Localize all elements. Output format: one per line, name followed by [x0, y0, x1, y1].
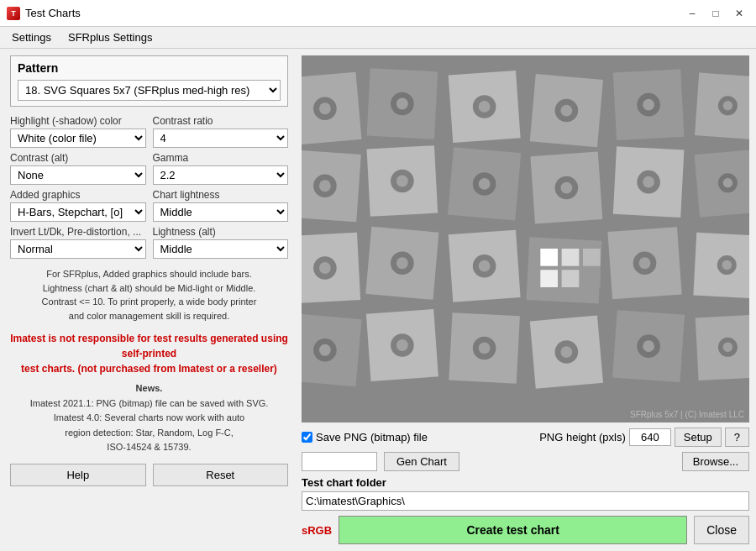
lightness-alt-field-group: Lightness (alt) Middle — [153, 226, 289, 259]
save-png-checkbox[interactable] — [302, 432, 312, 443]
png-height-input[interactable] — [629, 428, 671, 446]
added-graphics-dropdown[interactable]: H-Bars, Stepchart, [o] — [10, 202, 146, 222]
svg-point-12 — [479, 101, 491, 113]
svg-point-72 — [560, 346, 572, 358]
svg-point-26 — [319, 180, 331, 192]
gen-chart-row: Gen Chart Browse... — [302, 452, 749, 471]
svg-rect-51 — [583, 249, 601, 266]
menu-settings[interactable]: Settings — [3, 29, 60, 45]
news-line-4: ISO-14524 & 15739. — [107, 442, 191, 452]
help-button[interactable]: Help — [10, 464, 146, 486]
create-test-chart-button[interactable]: Create test chart — [339, 516, 687, 544]
svg-point-36 — [723, 178, 733, 188]
contrast-alt-dropdown[interactable]: None — [10, 165, 146, 185]
news-line-3: region detection: Star, Random, Log F-C, — [65, 428, 234, 438]
svg-point-34 — [643, 176, 654, 188]
browse-button[interactable]: Browse... — [682, 452, 749, 471]
svg-point-58 — [722, 260, 732, 270]
save-png-label: Save PNG (bitmap) file — [316, 431, 428, 443]
svg-point-8 — [319, 102, 331, 114]
folder-row: Test chart folder — [302, 476, 749, 511]
right-panel: SFRplus 5x7 | (C) Imatest LLC Save PNG (… — [298, 49, 756, 551]
folder-input[interactable] — [302, 491, 749, 511]
window-controls: – □ ✕ — [682, 6, 749, 21]
maximize-button[interactable]: □ — [706, 6, 726, 21]
question-button[interactable]: ? — [725, 428, 749, 447]
highlight-dropdown[interactable]: White (color file) — [10, 129, 146, 148]
chart-lightness-dropdown[interactable]: Middle — [153, 202, 289, 222]
left-panel: Pattern 18. SVG Squares 5x7 (SFRplus med… — [0, 49, 298, 551]
svg-point-46 — [396, 257, 408, 269]
minimize-button[interactable]: – — [682, 6, 702, 21]
gen-chart-button[interactable]: Gen Chart — [384, 452, 459, 471]
contrast-ratio-dropdown[interactable]: 4 — [153, 129, 289, 148]
svg-point-14 — [560, 105, 572, 117]
added-graphics-field-group: Added graphics H-Bars, Stepchart, [o] — [10, 189, 146, 222]
chart-preview: SFRplus 5x7 | (C) Imatest LLC — [302, 55, 749, 422]
news-title: News. — [136, 383, 163, 393]
svg-point-44 — [319, 262, 331, 274]
save-png-row: Save PNG (bitmap) file PNG height (pxls)… — [302, 428, 749, 447]
lightness-alt-label: Lightness (alt) — [153, 226, 289, 238]
news-line-2: Imatest 4.0: Several charts now work wit… — [54, 412, 244, 422]
contrast-ratio-label: Contrast ratio — [153, 115, 289, 127]
invert-field-group: Invert Lt/Dk, Pre-distortion, ... Normal — [10, 226, 146, 259]
menu-sfrplus-settings[interactable]: SFRplus Settings — [60, 29, 160, 45]
svg-point-32 — [560, 182, 572, 194]
added-graphics-label: Added graphics — [10, 189, 146, 201]
png-height-group: PNG height (pxls) Setup ? — [539, 428, 749, 447]
contrast-alt-field-group: Contrast (alt) None — [10, 152, 146, 185]
chart-lightness-label: Chart lightness — [153, 189, 289, 201]
create-row: sRGB Create test chart Close — [302, 516, 749, 544]
gamma-label: Gamma — [153, 152, 289, 164]
svg-rect-50 — [562, 249, 580, 266]
svg-point-10 — [396, 98, 408, 110]
note-text: For SFRplus, Added graphics should inclu… — [10, 267, 288, 323]
gamma-dropdown[interactable]: 2.2 — [153, 165, 289, 185]
lightness-alt-dropdown[interactable]: Middle — [153, 239, 289, 259]
svg-rect-54 — [583, 270, 601, 287]
invert-dropdown[interactable]: Normal — [10, 239, 146, 259]
title-bar: T Test Charts – □ ✕ — [0, 0, 756, 27]
fields-grid: Highlight (-shadow) color White (color f… — [10, 115, 288, 259]
chart-svg — [302, 55, 749, 422]
highlight-field-group: Highlight (-shadow) color White (color f… — [10, 115, 146, 148]
setup-button[interactable]: Setup — [675, 428, 722, 447]
srgb-label: sRGB — [302, 524, 332, 537]
svg-point-48 — [479, 260, 491, 272]
svg-point-74 — [643, 340, 654, 352]
news-line-1: Imatest 2021.1: PNG (bitmap) file can be… — [30, 398, 269, 408]
gamma-field-group: Gamma 2.2 — [153, 152, 289, 185]
svg-point-76 — [723, 343, 733, 353]
window-close-button[interactable]: ✕ — [729, 6, 749, 21]
invert-label: Invert Lt/Dk, Pre-distortion, ... — [10, 226, 146, 238]
reset-button[interactable]: Reset — [153, 464, 289, 486]
pattern-section: Pattern 18. SVG Squares 5x7 (SFRplus med… — [10, 55, 288, 107]
folder-label: Test chart folder — [302, 476, 749, 489]
svg-point-68 — [396, 339, 408, 351]
svg-rect-53 — [562, 270, 580, 287]
pattern-title: Pattern — [18, 61, 281, 75]
news-section: News. Imatest 2021.1: PNG (bitmap) file … — [10, 381, 288, 455]
svg-point-18 — [723, 101, 733, 111]
gen-chart-input[interactable] — [302, 452, 377, 471]
contrast-ratio-field-group: Contrast ratio 4 — [153, 115, 289, 148]
close-button[interactable]: Close — [694, 516, 749, 544]
svg-point-16 — [643, 99, 654, 111]
save-png-checkbox-label[interactable]: Save PNG (bitmap) file — [302, 431, 428, 443]
warning-text: Imatest is not responsible for test resu… — [10, 331, 288, 376]
contrast-alt-label: Contrast (alt) — [10, 152, 146, 164]
highlight-label: Highlight (-shadow) color — [10, 115, 146, 127]
menu-bar: Settings SFRplus Settings — [0, 27, 756, 49]
svg-point-70 — [479, 343, 491, 354]
svg-point-30 — [479, 178, 491, 190]
png-height-label: PNG height (pxls) — [539, 431, 626, 443]
pattern-dropdown[interactable]: 18. SVG Squares 5x7 (SFRplus med-high re… — [18, 80, 281, 101]
svg-point-66 — [319, 344, 331, 356]
svg-point-56 — [639, 257, 651, 269]
app-icon: T — [7, 7, 20, 20]
window-title: Test Charts — [25, 7, 682, 19]
bottom-buttons: Help Reset — [10, 464, 288, 486]
svg-rect-49 — [540, 249, 558, 266]
chart-lightness-field-group: Chart lightness Middle — [153, 189, 289, 222]
